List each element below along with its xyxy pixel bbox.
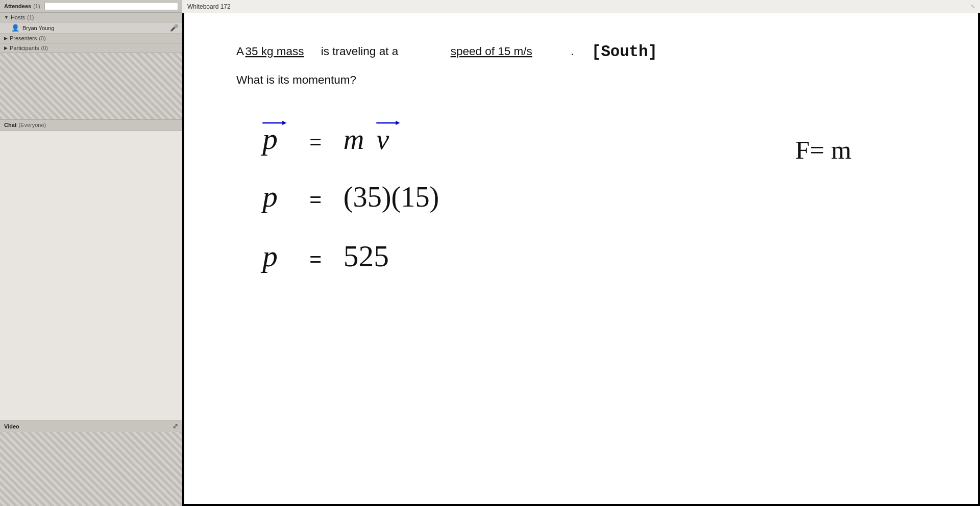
svg-text:m: m <box>344 123 364 155</box>
whiteboard-svg: A 35 kg mass is traveling at a speed of … <box>184 13 978 504</box>
attendees-count: (1) <box>33 3 40 9</box>
svg-text:[South]: [South] <box>592 43 657 61</box>
attendees-search[interactable] <box>44 2 178 10</box>
presenters-header[interactable]: ▶ Presenters (0) <box>0 34 182 43</box>
svg-text:=: = <box>309 247 322 271</box>
svg-text:.: . <box>571 45 574 58</box>
main-area: Whiteboard 172 ⤡ A 35 kg mass is traveli… <box>182 0 980 506</box>
svg-marker-14 <box>396 121 400 125</box>
svg-text:=: = <box>309 188 322 211</box>
chat-label: Chat <box>4 122 16 128</box>
hosts-triangle-icon: ▼ <box>4 15 9 20</box>
svg-text:=: = <box>309 130 322 154</box>
title-bar: Whiteboard 172 ⤡ <box>182 0 980 13</box>
svg-text:F= m: F= m <box>795 135 851 164</box>
svg-text:p: p <box>260 180 278 213</box>
participants-triangle-icon: ▶ <box>4 45 8 50</box>
svg-text:v: v <box>376 123 389 155</box>
hosts-count: (1) <box>27 14 34 20</box>
svg-text:35 kg mass: 35 kg mass <box>245 45 304 58</box>
svg-text:A: A <box>236 45 244 58</box>
svg-text:What is its momentum?: What is its momentum? <box>236 73 356 86</box>
hosts-header[interactable]: ▼ Hosts (1) <box>0 13 182 22</box>
participants-label: Participants <box>10 45 39 51</box>
svg-text:speed of 15 m/s: speed of 15 m/s <box>451 45 532 58</box>
svg-text:is traveling at a: is traveling at a <box>321 45 399 58</box>
video-header: Video ⤢ <box>0 420 182 432</box>
attendee-video-preview <box>0 53 182 119</box>
whiteboard[interactable]: A 35 kg mass is traveling at a speed of … <box>184 13 978 504</box>
attendees-label: Attendees <box>4 3 31 9</box>
resize-icon[interactable]: ⤡ <box>971 4 975 9</box>
video-area <box>0 432 182 506</box>
presenters-label: Presenters <box>10 35 37 41</box>
user-icon: 👤 <box>11 24 19 32</box>
video-expand-icon[interactable]: ⤢ <box>173 422 178 430</box>
video-label: Video <box>4 423 19 429</box>
video-section: Video ⤢ <box>0 420 182 506</box>
chat-audience: (Everyone) <box>18 122 46 128</box>
chat-section: Chat (Everyone) <box>0 119 182 420</box>
attendees-header: Attendees (1) <box>0 0 182 13</box>
left-panel: Attendees (1) ▼ Hosts (1) 👤 Bryan Young … <box>0 0 182 506</box>
svg-text:p: p <box>260 239 278 273</box>
chat-header: Chat (Everyone) <box>0 119 182 131</box>
mic-icon: 🎤 <box>170 24 178 32</box>
svg-text:p: p <box>260 122 278 156</box>
presenters-triangle-icon: ▶ <box>4 36 8 41</box>
participants-header[interactable]: ▶ Participants (0) <box>0 43 182 53</box>
presenters-count: (0) <box>39 35 45 41</box>
chat-messages-area[interactable] <box>0 131 182 420</box>
host-item-bryan-young: 👤 Bryan Young 🎤 <box>0 22 182 34</box>
svg-text:525: 525 <box>344 239 389 273</box>
svg-text:(35)(15): (35)(15) <box>344 181 439 213</box>
hosts-label: Hosts <box>11 14 25 20</box>
host-name: Bryan Young <box>22 25 54 31</box>
participants-count: (0) <box>41 45 47 51</box>
svg-marker-9 <box>282 121 286 125</box>
whiteboard-title: Whiteboard 172 <box>187 3 231 10</box>
